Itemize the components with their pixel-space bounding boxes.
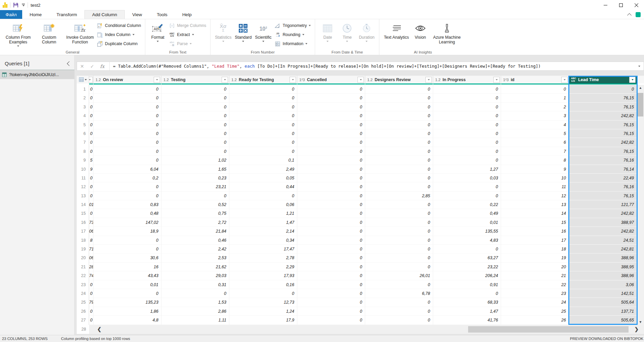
table-cell[interactable]: 0	[433, 156, 501, 165]
table-cell[interactable]: 0	[365, 307, 433, 316]
table-cell[interactable]: 43,43	[93, 271, 161, 280]
table-cell[interactable]: 0	[297, 165, 365, 174]
table-cell[interactable]: 18,9	[93, 227, 161, 236]
table-cell[interactable]: 25	[501, 307, 569, 316]
table-cell[interactable]: 2,14	[229, 227, 297, 236]
cancel-formula-icon[interactable]: ✕	[77, 64, 87, 69]
table-cell[interactable]: 0	[161, 121, 229, 129]
table-cell[interactable]: 0	[297, 156, 365, 165]
scientific-button[interactable]: 102 Scientific	[253, 21, 273, 43]
column-header-lead-time[interactable]: ABC123Lead Time	[569, 76, 637, 83]
table-cell[interactable]: 17,47	[229, 245, 297, 253]
table-cell[interactable]: 0	[365, 94, 433, 102]
table-cell[interactable]: 388,96	[569, 253, 637, 262]
table-cell[interactable]: 242,82	[569, 209, 637, 218]
quick-access-customize-button[interactable]	[22, 4, 25, 6]
column-from-examples-button[interactable]: Column From Examples	[3, 21, 34, 48]
table-cell[interactable]: 0,48	[93, 209, 161, 218]
table-cell[interactable]: 0	[161, 192, 229, 200]
table-cell[interactable]: 0	[365, 111, 433, 120]
table-cell[interactable]: 0	[93, 111, 161, 120]
table-cell[interactable]: 0	[433, 121, 501, 129]
table-cell[interactable]: 0	[433, 94, 501, 102]
table-cell[interactable]: 0	[365, 129, 433, 138]
table-cell[interactable]: 0,34	[229, 236, 297, 245]
table-cell[interactable]: 0	[365, 200, 433, 209]
table-cell[interactable]: 76,15	[569, 192, 637, 200]
truncated-cell[interactable]: 0	[89, 289, 93, 298]
table-cell[interactable]: 0,06	[229, 200, 297, 209]
table-cell[interactable]: 2,53	[161, 253, 229, 262]
truncated-cell[interactable]: 0	[89, 316, 93, 324]
table-cell[interactable]: 68,33	[433, 298, 501, 307]
table-cell[interactable]: 4	[501, 121, 569, 129]
truncated-cell[interactable]: 0	[89, 147, 93, 156]
row-number[interactable]: 6	[77, 129, 89, 138]
table-cell[interactable]: 9	[501, 165, 569, 174]
truncated-cell[interactable]: 06	[89, 253, 93, 262]
table-cell[interactable]: 0	[297, 218, 365, 227]
table-cell[interactable]: 2,85	[365, 192, 433, 200]
table-cell[interactable]: 135,55	[433, 227, 501, 236]
table-cell[interactable]: 0,22	[433, 200, 501, 209]
standard-button[interactable]: Standard	[233, 21, 253, 43]
row-number[interactable]: 2	[77, 94, 89, 102]
table-cell[interactable]: 11	[501, 182, 569, 191]
table-cell[interactable]: 0	[365, 165, 433, 174]
row-number[interactable]: 1	[77, 85, 89, 94]
table-cell[interactable]: 0	[229, 138, 297, 147]
table-cell[interactable]: 5	[501, 129, 569, 138]
scroll-left-icon[interactable]: ❮	[97, 326, 102, 332]
row-number[interactable]: 19	[77, 245, 89, 253]
truncated-cell[interactable]: 0	[89, 174, 93, 182]
truncated-cell[interactable]: 0	[89, 85, 93, 94]
row-number[interactable]: 10	[77, 165, 89, 174]
table-cell[interactable]: 505,64	[569, 298, 637, 307]
table-cell[interactable]: 0	[297, 227, 365, 236]
collapse-queries-panel-icon[interactable]	[67, 61, 72, 66]
row-number[interactable]: 13	[77, 192, 89, 200]
table-cell[interactable]: 18	[501, 245, 569, 253]
vertical-scrollbar-thumb[interactable]	[638, 93, 643, 116]
column-header-on-review[interactable]: 1.2On review	[93, 76, 161, 83]
table-cell[interactable]: 0	[297, 94, 365, 102]
table-cell[interactable]: 76,15	[569, 121, 637, 129]
truncated-cell[interactable]: 0	[89, 182, 93, 191]
table-cell[interactable]: 15	[501, 218, 569, 227]
filter-button[interactable]	[629, 77, 636, 83]
truncated-cell[interactable]: 71	[89, 245, 93, 253]
table-cell[interactable]: 0	[365, 209, 433, 218]
table-cell[interactable]: 0	[365, 316, 433, 324]
table-cell[interactable]: 0	[297, 307, 365, 316]
truncated-cell[interactable]: 79	[89, 298, 93, 307]
table-cell[interactable]: 21,62	[161, 263, 229, 271]
table-cell[interactable]: 1,02	[161, 156, 229, 165]
table-cell[interactable]: 0	[433, 245, 501, 253]
table-cell[interactable]: 3,06	[569, 280, 637, 289]
table-cell[interactable]: 23	[501, 289, 569, 298]
table-cell[interactable]: 4,83	[433, 236, 501, 245]
table-cell[interactable]: 20	[501, 263, 569, 271]
table-cell[interactable]: 0	[365, 218, 433, 227]
table-cell[interactable]: 2,42	[161, 245, 229, 253]
table-cell[interactable]: 1,11	[161, 316, 229, 324]
row-number[interactable]: 15	[77, 209, 89, 218]
truncated-cell[interactable]: 0	[89, 307, 93, 316]
horizontal-scrollbar[interactable]: ❮❯	[89, 325, 644, 334]
table-cell[interactable]: 0	[297, 192, 365, 200]
table-cell[interactable]: 0	[365, 156, 433, 165]
filter-button[interactable]	[561, 77, 568, 83]
table-cell[interactable]: 0	[229, 289, 297, 298]
table-cell[interactable]: 0	[297, 182, 365, 191]
azure-machine-learning-button[interactable]: Azure Machine Learning	[430, 21, 464, 46]
table-cell[interactable]: 23,21	[161, 182, 229, 191]
table-cell[interactable]: 1,53	[161, 298, 229, 307]
scroll-down-icon[interactable]: ▼	[637, 320, 644, 324]
filter-button[interactable]	[425, 77, 432, 83]
table-cell[interactable]: 24	[501, 298, 569, 307]
row-number[interactable]: 12	[77, 182, 89, 191]
horizontal-scrollbar-thumb[interactable]	[468, 326, 629, 333]
table-cell[interactable]: 6	[501, 138, 569, 147]
row-number[interactable]: 28	[77, 325, 89, 334]
row-number[interactable]: 24	[77, 289, 89, 298]
